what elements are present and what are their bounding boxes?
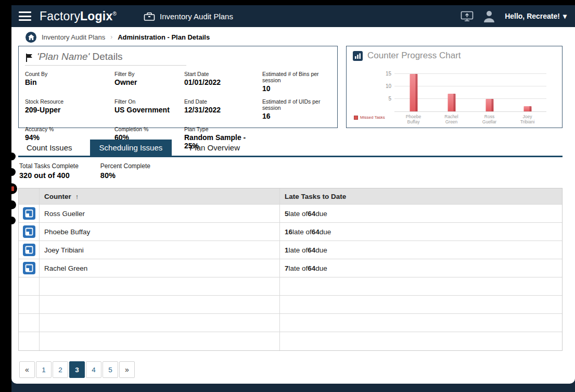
table-header-counter[interactable]: Counter ↑ [40, 188, 280, 204]
table-row[interactable]: Ross Gueller5 late of 64 due [19, 205, 562, 223]
chart-bar [410, 74, 417, 111]
plan-field-label: Estimated # of Bins per session [262, 71, 330, 83]
greeting-text: Hello, Recreate! [505, 12, 560, 20]
screen-share-icon[interactable] [461, 11, 474, 22]
due-count: 64 [308, 246, 315, 254]
table-body: Ross Gueller5 late of 64 duePhoebe Buffa… [19, 205, 562, 350]
pager-first-button[interactable]: « [19, 361, 35, 378]
table-row-empty [19, 314, 562, 332]
breadcrumb-level1[interactable]: Inventory Audit Plans [42, 33, 105, 41]
tab-plan-overview[interactable]: Plan Overview [187, 140, 242, 156]
tab-scheduling-issues[interactable]: Scheduling Issues [90, 140, 172, 156]
counter-icon[interactable] [23, 244, 35, 256]
legend-label: Missed Tasks [360, 115, 385, 120]
empty-icon-cell [19, 314, 40, 332]
plan-field-label: Count By [25, 71, 112, 77]
counter-cell-icon [19, 259, 40, 277]
top-right-controls: Hello, Recreate! ▾ [461, 9, 567, 23]
plan-details-panel: 'Plan Name' Details Count ByBinFilter By… [18, 46, 338, 128]
plan-field-value: 12/31/2022 [184, 106, 260, 114]
breadcrumb-level2: Administration - Plan Details [118, 33, 210, 41]
plan-field: Filter ByOwner [114, 71, 182, 93]
percent-complete: Percent Complete 80% [100, 162, 150, 180]
plan-field: Start Date01/01/2022 [184, 71, 260, 93]
plan-field-label: Filter On [114, 98, 182, 105]
table-row-empty [19, 296, 562, 314]
pager-page-5[interactable]: 5 [103, 361, 118, 378]
counter-progress-chart-panel: Counter Progress Chart 51015 Phoebe Buff… [346, 46, 563, 128]
late-tasks-cell: 5 late of 64 due [280, 205, 562, 222]
scheduling-issues-table: Counter ↑ Late Tasks to Date Ross Guelle… [18, 188, 563, 351]
table-row-empty [19, 332, 562, 350]
empty-icon-cell [19, 277, 40, 295]
plan-field-value: 16 [262, 112, 330, 120]
late-count: 16 [285, 228, 292, 236]
pager-page-4[interactable]: 4 [86, 361, 101, 378]
bar-chart-icon [353, 51, 363, 61]
plan-field: End Date12/31/2022 [184, 98, 260, 120]
chart-category-label: Joey Tribiani [508, 114, 546, 124]
trademark: ® [112, 11, 117, 17]
sort-asc-icon: ↑ [75, 193, 79, 200]
plan-field: Stock Resource209-Upper [25, 98, 112, 120]
chart-bar [485, 99, 493, 111]
chart-plot: 51015 [394, 69, 546, 112]
pager-last-button[interactable]: » [119, 361, 135, 378]
chart-title: Counter Progress Chart [367, 50, 461, 61]
content-area: Inventory Audit Plans › Administration -… [11, 27, 575, 384]
late-count: 5 [285, 210, 289, 218]
plan-title-row: 'Plan Name' Details [25, 51, 186, 66]
table-row[interactable]: Rachel Green7 late of 64 due [19, 259, 562, 277]
counter-icon[interactable] [23, 207, 35, 220]
plan-fields: Count ByBinFilter ByOwnerStart Date01/01… [25, 71, 330, 150]
home-icon[interactable] [25, 32, 36, 43]
user-menu[interactable]: Hello, Recreate! ▾ [505, 12, 567, 20]
counter-icon[interactable] [23, 262, 35, 274]
empty-counter-cell [40, 277, 280, 295]
app-logo: FactoryLogix® [40, 9, 117, 23]
chart-bar [523, 106, 531, 111]
percent-complete-label: Percent Complete [100, 162, 150, 170]
chart-bar-slot [394, 69, 432, 111]
toolbox-icon [144, 11, 155, 21]
table-row-empty [19, 277, 562, 296]
counter-cell-icon [19, 241, 40, 259]
table-row[interactable]: Joey Tribiani1 late of 64 due [19, 241, 562, 259]
late-tasks-cell: 16 late of 64 due [280, 223, 562, 241]
total-tasks-value: 320 out of 400 [19, 171, 79, 180]
menu-icon[interactable] [19, 11, 31, 21]
empty-icon-cell [19, 296, 40, 313]
chevron-down-icon: ▾ [563, 12, 567, 20]
counter-cell-icon [19, 205, 40, 222]
tab-count-issues[interactable]: Count Issues [24, 140, 74, 156]
pager-page-3[interactable]: 3 [69, 361, 85, 378]
plan-field-label: Plan Type [184, 126, 260, 132]
due-count: 64 [312, 228, 320, 236]
total-tasks-label: Total Tasks Complete [19, 162, 79, 170]
table-header-late-tasks: Late Tasks to Date [280, 188, 562, 204]
pager-page-2[interactable]: 2 [53, 361, 68, 378]
counter-icon[interactable] [23, 225, 35, 238]
chart-bar-slot [508, 69, 546, 111]
chart-category-label: Phoebe Buffay [394, 114, 432, 124]
chart-legend: Missed Tasks [354, 115, 385, 120]
counter-name-cell: Phoebe Buffay [40, 223, 280, 241]
table-header-row: Counter ↑ Late Tasks to Date [19, 188, 562, 205]
plan-field-label: Stock Resource [25, 98, 112, 105]
edge-artifact [7, 200, 16, 209]
empty-counter-cell [40, 296, 280, 313]
pager-page-1[interactable]: 1 [36, 361, 52, 378]
due-count: 64 [308, 210, 315, 218]
plan-field: Estimated # of Bins per session10 [262, 71, 330, 93]
plan-field: Filter OnUS Government [114, 98, 182, 120]
plan-field-value: Bin [25, 78, 112, 86]
counter-cell-icon [19, 223, 40, 241]
empty-late-cell [280, 296, 562, 313]
legend-swatch-missed-tasks [354, 116, 358, 120]
chart-category-label: Rachel Green [432, 114, 470, 124]
user-avatar-icon[interactable] [482, 9, 496, 23]
y-axis-tick-label: 15 [379, 71, 391, 77]
chart-bar-slot [432, 69, 470, 111]
plan-title-rest: Details [90, 51, 122, 62]
table-row[interactable]: Phoebe Buffay16 late of 64 due [19, 223, 562, 241]
